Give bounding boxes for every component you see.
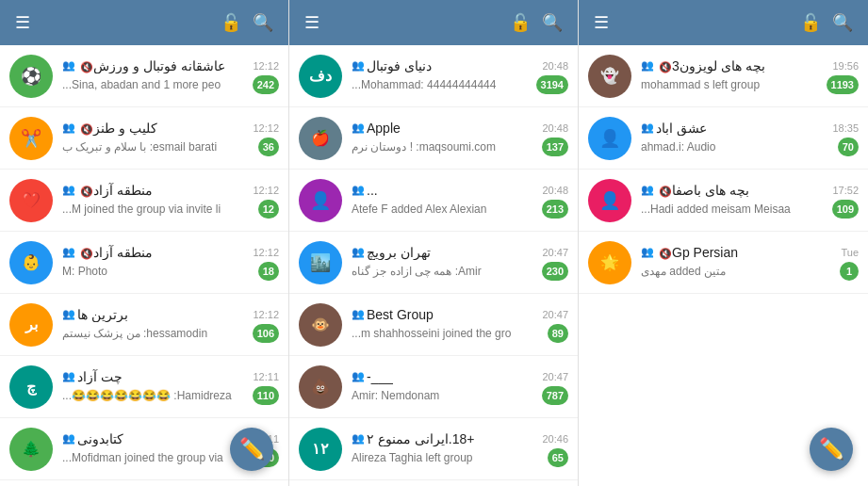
chat-content: 👥چت آزاد12:11Hamidreza: 😂😂😂😂😂😂😂...110 (62, 369, 279, 405)
group-icon: 👥 (641, 122, 654, 134)
group-icon: 👥 (62, 184, 75, 196)
chat-bottom-row: Amir: همه چی ازاده جز گناه230 (352, 262, 568, 281)
chat-item[interactable]: 👤👥بچه های باصفا🔇17:52Hadi added meisam M… (579, 170, 868, 232)
search-icon-right[interactable]: 🔍 (827, 8, 859, 37)
name-row: 👥منطقه آزاد🔇 (62, 245, 247, 260)
chat-top-row: 👥بچه های باصفا🔇17:52 (641, 183, 859, 198)
chat-item[interactable]: 👤👥...20:48Atefe F added Alex Alexian213 (289, 170, 578, 232)
chat-content: 👥بچه های لویزون3🔇19:56mohammad s left gr… (641, 58, 859, 94)
menu-icon-left[interactable]: ☰ (9, 8, 36, 37)
chat-bottom-row: Hadi added meisam Meisaa...109 (641, 200, 859, 219)
avatar: 🌲 (9, 428, 53, 471)
chat-item[interactable]: 🍎👥Apple20:48maqsoumi.com: ! دوستان نرم13… (289, 107, 578, 170)
chat-content: 👥Apple20:48maqsoumi.com: ! دوستان نرم137 (352, 121, 568, 156)
chat-name: Gp Persian🔇 (656, 245, 738, 260)
lock-icon-right[interactable]: 🔓 (794, 8, 827, 37)
chat-message: maqsoumi.com: ! دوستان نرم (352, 140, 496, 154)
group-icon: 👥 (62, 122, 75, 134)
chat-item[interactable]: 👻👥بچه های لویزون3🔇19:56mohammad s left g… (579, 45, 868, 107)
chat-content: 👥کلیپ و طنز🔇12:12esmail barati: با سلام … (62, 121, 279, 156)
chat-bottom-row: esmail barati: با سلام و تبریک ب36 (62, 138, 279, 156)
chat-item[interactable]: ❤️👥منطقه آزاد🔇12:12M joined the group vi… (0, 170, 288, 232)
chat-list-mid: دف👥دنیای فوتبال20:48Mohammad: 4444444444… (289, 45, 578, 486)
chat-name: عاشقانه فوتبال و ورزش🔇 (77, 58, 225, 73)
name-row: 👥بچه های لویزون3🔇 (641, 58, 827, 73)
chat-top-row: 👥برترین ها12:12 (62, 307, 279, 322)
chat-item[interactable]: 🐵👥Best Group20:47m shahhosseini joined t… (289, 294, 578, 356)
fab-compose-button[interactable]: ✏️ (230, 428, 273, 471)
chat-message: Hamidreza: 😂😂😂😂😂😂😂... (62, 389, 232, 402)
group-icon: 👥 (352, 246, 365, 258)
chat-content: 👥برترین ها12:12hessamodin: من پزشک نیستم… (62, 307, 279, 343)
avatar: دف (299, 55, 342, 98)
unread-badge: 106 (253, 324, 279, 343)
group-icon: 👥 (62, 308, 75, 320)
chat-top-row: 👥منطقه آزاد🔇12:12 (62, 183, 279, 198)
menu-icon-right[interactable]: ☰ (588, 8, 614, 37)
chat-name: بچه های لویزون3🔇 (656, 58, 765, 73)
group-icon: 👥 (352, 59, 365, 72)
chat-item[interactable]: 👶👥منطقه آزاد🔇12:12M: Photo18 (0, 232, 288, 294)
avatar: 🌟 (588, 241, 631, 284)
chat-item[interactable]: T👥Tabadol20:46farshid joined the group v… (289, 480, 578, 486)
chat-name: +18.ایرانی ممنوع ۲ (367, 431, 474, 446)
chat-name: Apple (367, 121, 401, 136)
chat-item[interactable]: 💩👥___-20:47Amir: Nemdonam787 (289, 356, 578, 418)
chat-message: Amir: همه چی ازاده جز گناه (352, 265, 482, 278)
chat-item[interactable]: 🌟👥Gp Persian🔇Tueمتین added مهدی1 (579, 232, 868, 294)
chat-message: Alireza Taghia left group (352, 451, 473, 464)
avatar: ⚽ (9, 55, 53, 98)
header-left: ☰ 🔓 🔍 (0, 0, 288, 45)
chat-bottom-row: متین added مهدی1 (641, 262, 859, 281)
avatar: ۱۲ (299, 428, 342, 471)
chat-message: Mohammad: 44444444444... (352, 78, 496, 91)
group-icon: 👥 (62, 59, 75, 72)
unread-badge: 70 (838, 138, 859, 156)
unread-badge: 242 (253, 75, 279, 94)
chat-bottom-row: mohammad s left group1193 (641, 75, 859, 94)
name-row: 👥+18.ایرانی ممنوع ۲ (352, 431, 536, 446)
panel-mid: ☰ 🔓 🔍 دف👥دنیای فوتبال20:48Mohammad: 4444… (289, 0, 579, 486)
chat-item[interactable]: ⚽👥عاشقانه فوتبال و ورزش🔇12:12Sina, abada… (0, 45, 288, 107)
name-row: 👥چت آزاد (62, 369, 247, 384)
chat-item[interactable]: بر👥برترین ها12:12hessamodin: من پزشک نیس… (0, 294, 288, 356)
unread-badge: 89 (548, 324, 568, 343)
chat-content: 👥منطقه آزاد🔇12:12M joined the group via … (62, 183, 279, 219)
lock-icon-left[interactable]: 🔓 (215, 8, 247, 37)
chat-message: Atefe F added Alex Alexian (352, 202, 486, 216)
unread-badge: 3194 (536, 75, 568, 94)
chat-top-row: 👥___-20:47 (352, 369, 568, 384)
chat-item[interactable]: ✂️👥کلیپ و طنز🔇12:12esmail barati: با سلا… (0, 107, 288, 170)
name-row: 👥عشق اباد (641, 121, 827, 136)
chat-item[interactable]: 🏙️👥تهران برویچ20:47Amir: همه چی ازاده جز… (289, 232, 578, 294)
avatar: 👤 (299, 179, 342, 222)
unread-badge: 787 (542, 386, 568, 405)
chat-time: 20:47 (542, 371, 568, 382)
chat-time: 12:12 (253, 60, 279, 72)
chat-item[interactable]: دف👥دنیای فوتبال20:48Mohammad: 4444444444… (289, 45, 578, 107)
lock-icon-mid[interactable]: 🔓 (504, 8, 536, 37)
chat-name: چت آزاد (77, 369, 123, 384)
chat-name: برترین ها (77, 307, 128, 322)
chat-time: 20:48 (542, 122, 568, 134)
unread-badge: 1193 (827, 75, 859, 94)
unread-badge: 1 (840, 262, 859, 281)
name-row: 👥تهران برویچ (352, 245, 536, 260)
name-row: 👥بچه های باصفا🔇 (641, 183, 827, 198)
chat-time: 20:47 (542, 309, 568, 320)
fab-compose-button[interactable]: ✏️ (810, 428, 853, 471)
avatar: 👻 (588, 55, 631, 98)
chat-item[interactable]: 👤👥عشق اباد18:35ahmad.i: Audio70 (579, 107, 868, 170)
group-icon: 👥 (62, 432, 75, 445)
name-row: 👥Apple (352, 121, 536, 136)
search-icon-left[interactable]: 🔍 (247, 8, 279, 37)
menu-icon-mid[interactable]: ☰ (299, 8, 325, 37)
avatar: 🐵 (299, 303, 342, 347)
group-icon: 👥 (641, 246, 654, 258)
search-icon-mid[interactable]: 🔍 (536, 8, 568, 37)
chat-content: 👥دنیای فوتبال20:48Mohammad: 44444444444.… (352, 58, 568, 94)
group-icon: 👥 (641, 59, 654, 72)
chat-item[interactable]: بر👥طنز و خنده (برترین ها)Meysam joined t… (0, 480, 288, 486)
chat-item[interactable]: چ👥چت آزاد12:11Hamidreza: 😂😂😂😂😂😂😂...110 (0, 356, 288, 418)
chat-item[interactable]: ۱۲👥+18.ایرانی ممنوع ۲20:46Alireza Taghia… (289, 418, 578, 480)
